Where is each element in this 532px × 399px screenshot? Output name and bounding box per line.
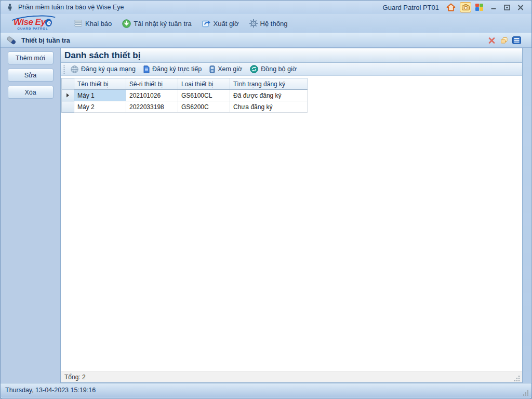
- edit-button[interactable]: Sửa: [8, 69, 54, 82]
- total-count-label: Tổng: 2: [64, 374, 86, 381]
- window-title: Phần mềm tuần tra bảo vệ Wise Eye: [18, 4, 124, 11]
- row-selector-header[interactable]: [62, 78, 74, 90]
- minimize-button[interactable]: [487, 3, 500, 12]
- sync-time-button[interactable]: Đồng bộ giờ: [247, 63, 301, 75]
- menu-item-label: Khai báo: [85, 20, 112, 28]
- table-header-row: Tên thiết bị Sê-ri thiết bị Loại thiết b…: [62, 78, 308, 90]
- windows-logo-red-pane: [475, 4, 479, 7]
- cell-device-status[interactable]: Chưa đăng ký: [230, 101, 308, 113]
- layers-icon: [74, 20, 83, 27]
- table-row: Máy 1 202101026 GS6100CL Đã được đăng ký: [62, 90, 308, 101]
- window-resize-grip[interactable]: [523, 390, 529, 396]
- close-button[interactable]: [514, 3, 527, 12]
- row-selector-current[interactable]: [62, 90, 74, 101]
- window-status-bar: Thursday, 13-04-2023 15:19:16: [1, 383, 531, 397]
- column-header-model[interactable]: Loại thiết bị: [178, 78, 230, 90]
- application-window: Phần mềm tuần tra bảo vệ Wise Eye Guard …: [0, 0, 532, 399]
- cell-device-status[interactable]: Đã được đăng ký: [230, 90, 308, 101]
- windows-logo-icon[interactable]: [475, 4, 484, 11]
- maximize-button[interactable]: [500, 3, 514, 12]
- home-icon[interactable]: [446, 3, 456, 11]
- panel-status-strip: Tổng: 2: [61, 371, 522, 382]
- column-header-serial[interactable]: Sê-ri thiết bị: [126, 78, 178, 90]
- title-bar: Phần mềm tuần tra bảo vệ Wise Eye Guard …: [1, 1, 531, 14]
- menu-item-xuat-gio[interactable]: Xuất giờ: [197, 17, 244, 30]
- tool-label: Đăng ký qua mạng: [81, 65, 136, 73]
- row-selector[interactable]: [62, 101, 74, 113]
- delete-button[interactable]: Xóa: [8, 86, 54, 99]
- handheld-icon: [209, 65, 215, 73]
- table-row: Máy 2 2022033198 GS6200C Chưa đăng ký: [62, 101, 308, 113]
- list-menu-icon[interactable]: [510, 35, 523, 46]
- register-direct-button[interactable]: Đăng ký trực tiếp: [140, 64, 206, 75]
- cell-device-name[interactable]: Máy 1: [74, 90, 126, 101]
- menu-item-khai-bao[interactable]: Khai báo: [69, 17, 117, 30]
- camera-icon[interactable]: [460, 2, 471, 12]
- toolbar-grip[interactable]: [63, 65, 65, 74]
- globe-icon: [71, 65, 78, 73]
- tool-label: Đăng ký trực tiếp: [152, 65, 202, 73]
- content-area: Thêm mới Sửa Xóa Danh sách thiết bị Đăng…: [1, 48, 531, 383]
- add-new-button[interactable]: Thêm mới: [8, 51, 54, 64]
- logo-e-mark: e: [45, 19, 52, 26]
- restore-panel-icon[interactable]: [498, 35, 510, 46]
- datetime-label: Thursday, 13-04-2023 15:19:16: [5, 387, 96, 394]
- close-tab-icon[interactable]: [485, 35, 498, 46]
- column-header-status[interactable]: Tình trạng đăng ký: [230, 78, 308, 90]
- windows-logo-green-pane: [480, 4, 483, 7]
- view-time-button[interactable]: Xem giờ: [206, 64, 247, 75]
- account-label: Guard Patrol PT01: [383, 4, 439, 11]
- menu-item-label: Hệ thống: [260, 20, 288, 28]
- gear-icon: [249, 19, 258, 28]
- cell-device-model[interactable]: GS6200C: [178, 101, 230, 113]
- menu-item-label: Xuất giờ: [214, 20, 239, 28]
- tool-label: Đồng bộ giờ: [261, 65, 297, 73]
- register-via-network-button[interactable]: Đăng ký qua mạng: [68, 64, 140, 75]
- document-icon: [143, 65, 150, 73]
- wise-eye-logo: Wise Eye GUARD PATROL: [6, 17, 60, 30]
- tool-label: Xem giờ: [218, 65, 242, 73]
- cell-device-serial[interactable]: 202101026: [126, 90, 178, 101]
- windows-logo-blue-pane: [475, 7, 479, 11]
- tab-bar: Thiết bị tuần tra: [1, 33, 531, 48]
- device-table: Tên thiết bị Sê-ri thiết bị Loại thiết b…: [61, 78, 308, 113]
- cell-device-name[interactable]: Máy 2: [74, 101, 126, 113]
- device-toolbar: Đăng ký qua mạng Đăng ký trực tiếp Xem g…: [61, 63, 522, 76]
- download-icon: [122, 19, 131, 28]
- windows-logo-yellow-pane: [480, 7, 483, 11]
- sync-icon: [250, 65, 258, 73]
- cell-device-serial[interactable]: 2022033198: [126, 101, 178, 113]
- device-table-area: Tên thiết bị Sê-ri thiết bị Loại thiết b…: [61, 76, 522, 371]
- tab-thiet-bi-tuan-tra[interactable]: Thiết bị tuần tra: [21, 37, 70, 44]
- patrol-wand-icon: [6, 35, 17, 46]
- menu-item-tai-nhat-ky[interactable]: Tải nhật ký tuần tra: [117, 17, 196, 31]
- panel-resize-grip[interactable]: [514, 375, 520, 381]
- panel-title: Danh sách thiết bị: [61, 48, 522, 63]
- menu-bar: Wise Eye GUARD PATROL Khai báo Tải nhật …: [1, 14, 531, 33]
- menu-item-label: Tải nhật ký tuần tra: [134, 20, 191, 28]
- menu-item-he-thong[interactable]: Hệ thống: [244, 17, 293, 30]
- cell-device-model[interactable]: GS6100CL: [178, 90, 230, 101]
- logo-text: Wise Ey: [14, 17, 46, 27]
- sidebar: Thêm mới Sửa Xóa: [1, 48, 60, 383]
- column-header-name[interactable]: Tên thiết bị: [74, 78, 126, 90]
- device-list-panel: Danh sách thiết bị Đăng ký qua mạng Đăng…: [60, 48, 523, 383]
- export-icon: [202, 19, 211, 28]
- person-icon: [7, 4, 12, 11]
